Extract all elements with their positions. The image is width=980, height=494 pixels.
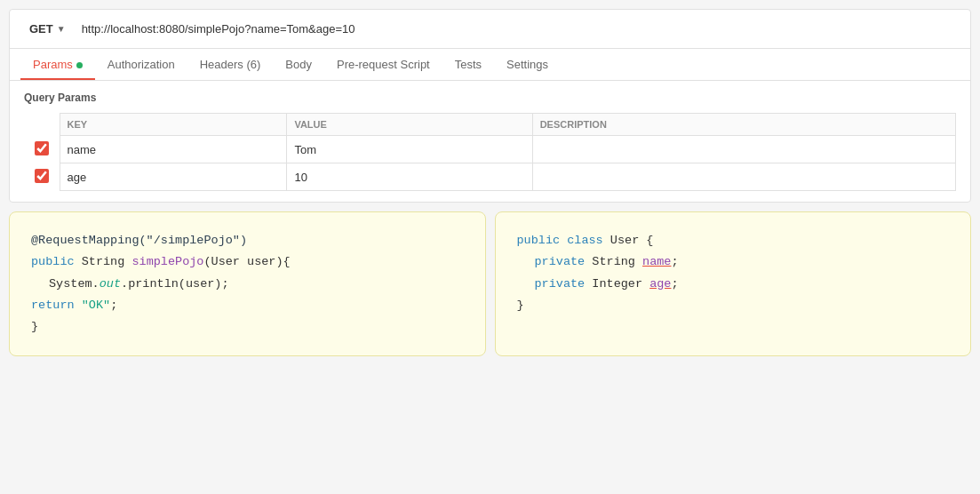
return-value: "OK" [82, 299, 110, 312]
close-brace: } [31, 320, 38, 333]
keyword-public-r: public [517, 234, 561, 247]
code-line-5: } [31, 316, 464, 338]
tab-tests-label: Tests [455, 58, 482, 71]
tab-authorization[interactable]: Authorization [95, 49, 187, 80]
code-line-r2: private String name; [517, 251, 950, 273]
section-title: Query Params [24, 92, 956, 104]
field-name: name [642, 255, 671, 268]
return-type: String [82, 255, 132, 268]
tab-authorization-label: Authorization [108, 58, 175, 71]
url-input[interactable] [75, 17, 960, 41]
col-description: DESCRIPTION [532, 114, 955, 136]
tab-settings-label: Settings [506, 58, 548, 71]
println-text: .println(user); [121, 277, 229, 291]
method-params: (User user){ [203, 255, 290, 268]
url-bar: GET ▼ [10, 10, 970, 49]
row2-checkbox[interactable] [35, 169, 49, 183]
semicolon: ; [110, 299, 117, 312]
row1-key[interactable]: name [60, 136, 287, 163]
tab-settings[interactable]: Settings [494, 49, 561, 80]
row2-key[interactable]: age [60, 163, 287, 191]
method-chevron-icon: ▼ [57, 24, 66, 34]
left-code-panel: @RequestMapping("/simplePojo") public St… [9, 211, 486, 356]
table-row: age 10 [24, 163, 956, 191]
tab-headers[interactable]: Headers (6) [187, 49, 274, 80]
field-age: age [649, 277, 671, 291]
tab-params-label: Params [33, 58, 73, 71]
keyword-return: return [31, 299, 75, 312]
out-text: out [100, 277, 121, 291]
row2-value[interactable]: 10 [287, 163, 532, 191]
row1-checkbox[interactable] [35, 141, 49, 155]
keyword-public: public [31, 255, 75, 268]
row2-description[interactable] [532, 163, 955, 191]
annotation-text: @RequestMapping("/simplePojo") [31, 234, 247, 247]
col-key: KEY [60, 114, 287, 136]
row1-checkbox-cell [24, 136, 60, 163]
row2-checkbox-cell [24, 163, 60, 191]
class-name: User { [610, 234, 654, 247]
keyword-private-2: private [535, 277, 586, 291]
method-label: GET [29, 22, 53, 36]
tab-pre-request-label: Pre-request Script [337, 58, 430, 71]
params-table: KEY VALUE DESCRIPTION name Tom age 10 [24, 113, 956, 191]
type-integer: Integer [592, 277, 649, 291]
semicolon-r1: ; [671, 255, 678, 268]
row1-description[interactable] [532, 136, 955, 163]
table-row: name Tom [24, 136, 956, 163]
code-panels: @RequestMapping("/simplePojo") public St… [9, 211, 971, 356]
code-line-3: System.out.println(user); [31, 274, 464, 295]
method-dropdown[interactable]: GET ▼ [20, 17, 75, 41]
tab-headers-label: Headers (6) [200, 58, 261, 71]
params-active-dot [76, 62, 83, 68]
code-line-2: public String simplePojo(User user){ [31, 251, 464, 273]
tab-params[interactable]: Params [20, 49, 95, 80]
tab-body-label: Body [285, 58, 312, 71]
col-value: VALUE [287, 114, 532, 136]
code-line-r1: public class User { [517, 230, 950, 251]
request-panel: GET ▼ Params Authorization Headers (6) B… [9, 9, 971, 203]
semicolon-r2: ; [671, 277, 678, 291]
keyword-class: class [567, 234, 603, 247]
row1-value[interactable]: Tom [287, 136, 532, 163]
col-checkbox [24, 114, 60, 136]
code-line-4: return "OK"; [31, 295, 464, 316]
tab-body[interactable]: Body [273, 49, 324, 80]
method-name: simplePojo [131, 255, 203, 268]
close-brace-r: } [517, 299, 524, 312]
tab-tests[interactable]: Tests [442, 49, 494, 80]
code-line-r4: } [517, 295, 950, 316]
tab-pre-request[interactable]: Pre-request Script [324, 49, 442, 80]
code-line-1: @RequestMapping("/simplePojo") [31, 230, 464, 251]
right-code-panel: public class User { private String name;… [495, 211, 972, 356]
keyword-private-1: private [535, 255, 586, 268]
query-params-section: Query Params KEY VALUE DESCRIPTION name … [10, 81, 970, 202]
type-string: String [592, 255, 642, 268]
code-line-r3: private Integer age; [517, 274, 950, 295]
request-tabs: Params Authorization Headers (6) Body Pr… [10, 49, 970, 81]
system-text: System. [49, 277, 100, 291]
